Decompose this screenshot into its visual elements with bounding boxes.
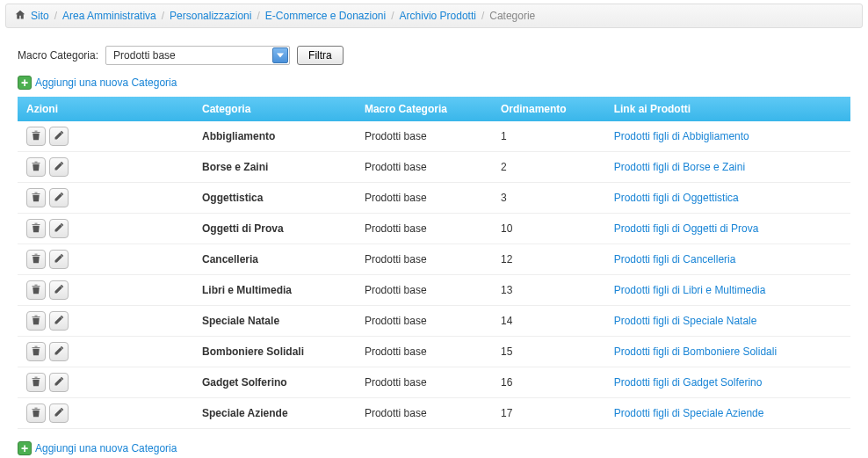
cell-ordinamento: 13	[492, 275, 605, 306]
table-row: Oggetti di ProvaProdotti base10Prodotti …	[18, 214, 850, 244]
breadcrumb-current: Categorie	[489, 10, 535, 22]
trash-icon	[31, 222, 41, 236]
cell-macro: Prodotti base	[356, 183, 492, 214]
pencil-icon	[54, 253, 64, 266]
trash-icon	[31, 407, 41, 420]
trash-icon	[31, 376, 41, 389]
pencil-icon	[54, 315, 64, 328]
table-row: CancelleriaProdotti base12Prodotti figli…	[18, 244, 850, 275]
edit-button[interactable]	[49, 403, 69, 423]
delete-button[interactable]	[26, 403, 46, 423]
th-link: Link ai Prodotti	[605, 97, 850, 121]
pencil-icon	[54, 284, 64, 297]
filter-label: Macro Categoria:	[18, 49, 98, 62]
breadcrumb-sep: /	[54, 10, 57, 22]
plus-icon: +	[18, 441, 32, 455]
delete-button[interactable]	[26, 188, 46, 207]
table-row: OggettisticaProdotti base3Prodotti figli…	[18, 183, 850, 214]
delete-button[interactable]	[26, 311, 46, 331]
product-children-link[interactable]: Prodotti figli di Bomboniere Solidali	[614, 345, 777, 358]
cell-categoria: Cancelleria	[193, 244, 356, 275]
breadcrumb-sep: /	[257, 10, 259, 22]
add-category-label: Aggiungi una nuova Categoria	[35, 76, 177, 89]
cell-macro: Prodotti base	[356, 367, 492, 398]
cell-ordinamento: 12	[492, 244, 605, 275]
cell-macro: Prodotti base	[356, 214, 492, 244]
edit-button[interactable]	[49, 157, 69, 177]
delete-button[interactable]	[26, 127, 46, 146]
cell-macro: Prodotti base	[356, 398, 492, 429]
cell-categoria: Gadget Solferino	[193, 367, 356, 398]
trash-icon	[31, 284, 41, 297]
cell-ordinamento: 10	[492, 214, 605, 244]
cell-categoria: Speciale Aziende	[193, 398, 356, 429]
table-row: Libri e MultimediaProdotti base13Prodott…	[18, 275, 850, 306]
cell-ordinamento: 3	[492, 183, 605, 214]
trash-icon	[31, 315, 41, 328]
trash-icon	[31, 253, 41, 266]
cell-macro: Prodotti base	[356, 306, 492, 337]
product-children-link[interactable]: Prodotti figli di Oggettistica	[614, 192, 739, 204]
cell-macro: Prodotti base	[356, 121, 492, 152]
categories-table: Azioni Categoria Macro Categoria Ordinam…	[18, 97, 850, 429]
breadcrumb: Sito / Area Amministrativa / Personalizz…	[5, 4, 863, 28]
product-children-link[interactable]: Prodotti figli di Cancelleria	[614, 253, 736, 265]
breadcrumb-area[interactable]: Area Amministrativa	[62, 10, 156, 22]
pencil-icon	[54, 407, 64, 420]
add-category-link-top[interactable]: + Aggiungi una nuova Categoria	[18, 76, 177, 90]
edit-button[interactable]	[49, 250, 69, 269]
edit-button[interactable]	[49, 342, 69, 361]
product-children-link[interactable]: Prodotti figli di Speciale Aziende	[614, 407, 764, 419]
cell-categoria: Libri e Multimedia	[193, 275, 356, 306]
cell-categoria: Oggettistica	[193, 183, 356, 214]
breadcrumb-archivio[interactable]: Archivio Prodotti	[400, 10, 476, 22]
delete-button[interactable]	[26, 250, 46, 269]
add-category-link-bottom[interactable]: + Aggiungi una nuova Categoria	[18, 441, 177, 455]
cell-categoria: Abbigliamento	[193, 121, 356, 152]
delete-button[interactable]	[26, 280, 46, 300]
pencil-icon	[54, 376, 64, 389]
cell-categoria: Speciale Natale	[193, 306, 356, 337]
table-row: Gadget SolferinoProdotti base16Prodotti …	[18, 367, 850, 398]
breadcrumb-ecommerce[interactable]: E-Commerce e Donazioni	[265, 10, 386, 22]
edit-button[interactable]	[49, 311, 69, 331]
edit-button[interactable]	[49, 188, 69, 207]
add-category-label: Aggiungi una nuova Categoria	[35, 442, 177, 454]
edit-button[interactable]	[49, 373, 69, 392]
cell-macro: Prodotti base	[356, 275, 492, 306]
cell-macro: Prodotti base	[356, 152, 492, 183]
cell-categoria: Borse e Zaini	[193, 152, 356, 183]
macro-categoria-select[interactable]: Prodotti base	[105, 46, 290, 65]
cell-macro: Prodotti base	[356, 337, 492, 367]
select-value: Prodotti base	[113, 49, 271, 62]
edit-button[interactable]	[49, 280, 69, 300]
cell-categoria: Oggetti di Prova	[193, 214, 356, 244]
cell-ordinamento: 15	[492, 337, 605, 367]
product-children-link[interactable]: Prodotti figli di Borse e Zaini	[614, 161, 745, 173]
product-children-link[interactable]: Prodotti figli di Oggetti di Prova	[614, 222, 759, 235]
breadcrumb-sito[interactable]: Sito	[31, 10, 49, 22]
delete-button[interactable]	[26, 157, 46, 177]
pencil-icon	[54, 192, 64, 205]
edit-button[interactable]	[49, 127, 69, 146]
cell-categoria: Bomboniere Solidali	[193, 337, 356, 367]
breadcrumb-sep: /	[481, 10, 484, 22]
delete-button[interactable]	[26, 342, 46, 361]
edit-button[interactable]	[49, 219, 69, 238]
table-row: AbbigliamentoProdotti base1Prodotti figl…	[18, 121, 850, 152]
breadcrumb-personalizzazioni[interactable]: Personalizzazioni	[170, 10, 251, 22]
table-row: Speciale AziendeProdotti base17Prodotti …	[18, 398, 850, 429]
filter-button[interactable]: Filtra	[297, 46, 344, 65]
plus-icon: +	[18, 76, 32, 90]
cell-ordinamento: 1	[492, 121, 605, 152]
cell-ordinamento: 14	[492, 306, 605, 337]
delete-button[interactable]	[26, 219, 46, 238]
delete-button[interactable]	[26, 373, 46, 392]
filter-row: Macro Categoria: Prodotti base Filtra	[18, 46, 850, 65]
th-ordinamento: Ordinamento	[492, 97, 605, 121]
pencil-icon	[54, 130, 64, 143]
product-children-link[interactable]: Prodotti figli di Speciale Natale	[614, 315, 757, 327]
product-children-link[interactable]: Prodotti figli di Libri e Multimedia	[614, 284, 766, 296]
product-children-link[interactable]: Prodotti figli di Gadget Solferino	[614, 376, 763, 389]
product-children-link[interactable]: Prodotti figli di Abbigliamento	[614, 130, 749, 142]
